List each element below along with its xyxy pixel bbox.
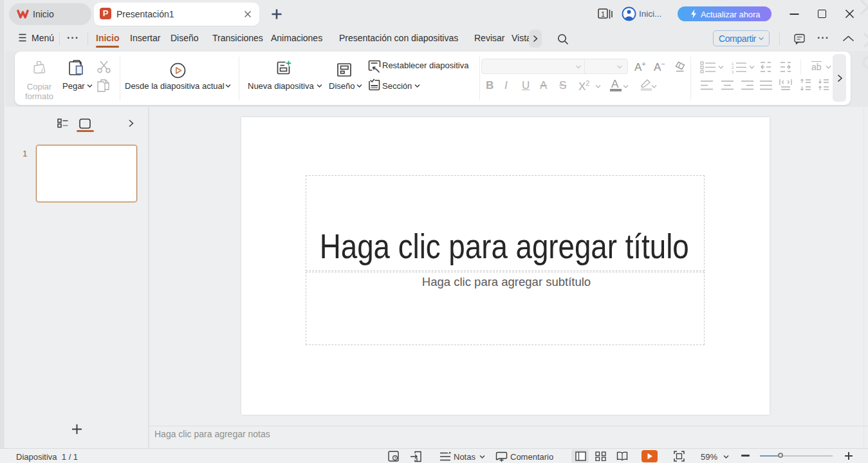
svg-text:1: 1 [732, 62, 734, 66]
svg-text:3: 3 [732, 70, 734, 74]
svg-text:2: 2 [732, 66, 734, 70]
svg-text:1: 1 [601, 10, 605, 18]
